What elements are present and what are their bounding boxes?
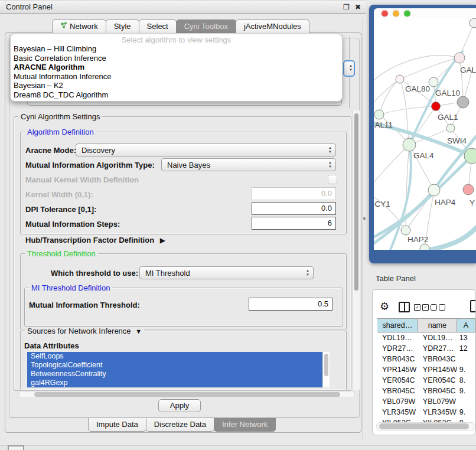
table-panel: ⚙ ✓✓ shared…nameA YDL19…YDL19…13YDR27…YD… — [372, 289, 476, 435]
network-node[interactable] — [446, 124, 455, 132]
attribute-item-betweennesscentrality[interactable]: BetweennessCentrality — [27, 370, 322, 379]
select-all-checkboxes-icon[interactable]: ✓✓ — [414, 304, 429, 311]
mi-threshold-field[interactable]: 0.5 — [249, 298, 332, 311]
divider-grip[interactable] — [363, 217, 366, 220]
left-edge-line — [5, 0, 5, 5]
table-cell: YLR345W — [418, 407, 457, 418]
column-header-a[interactable]: A — [457, 319, 475, 332]
tab-impute-data[interactable]: Impute Data — [88, 418, 146, 432]
tab-label: Style — [114, 20, 131, 33]
split-columns-icon[interactable] — [399, 302, 410, 312]
sources-group-title[interactable]: Sources for Network Inference ▼ — [25, 327, 144, 335]
manual-kernel-checkbox[interactable] — [328, 175, 337, 184]
tab-infer-network[interactable]: Infer Network — [214, 418, 276, 432]
settings-vertical-scrollbar-thumb[interactable] — [354, 113, 358, 291]
mi-threshold-label: Mutual Information Threshold: — [29, 301, 140, 309]
table-header-row: shared…nameA — [377, 318, 475, 332]
column-header-shared[interactable]: shared… — [377, 319, 418, 332]
table-horizontal-scrollbar-thumb[interactable] — [379, 423, 469, 429]
zoom-traffic-light[interactable] — [404, 10, 410, 17]
mi-steps-label: Mutual Information Steps: — [25, 220, 120, 229]
apply-button[interactable]: Apply — [158, 399, 201, 412]
table-row[interactable]: YBR043CYBR043C — [377, 354, 475, 364]
network-node[interactable] — [432, 102, 441, 111]
network-node[interactable] — [374, 110, 384, 119]
table-row[interactable]: YER054CYER054C8. — [377, 375, 475, 386]
table-row[interactable]: YBR045CYBR045C9. — [377, 386, 475, 396]
dropdown-item-mutual-information-inference[interactable]: Mutual Information Inference — [12, 72, 340, 81]
dropdown-item-bayesian-hill-climbing[interactable]: Bayesian – Hill Climbing — [12, 44, 340, 54]
table-cell: YDR27… — [418, 343, 457, 354]
network-node[interactable] — [403, 138, 416, 151]
dropdown-item-bayesian-k2[interactable]: Bayesian – K2 — [12, 81, 340, 90]
collapse-down-icon: ▼ — [135, 328, 142, 335]
tab-select[interactable]: Select — [139, 19, 177, 33]
dropdown-item-aracne-algorithm[interactable]: ARACNE Algorithm — [12, 63, 340, 72]
mi-steps-field[interactable]: 6 — [252, 217, 336, 230]
float-window-icon[interactable]: ❐ — [343, 1, 350, 14]
network-canvas[interactable]: GALGAL80GAL10GAL1GAL11SWI4GAL4GCY1HAP4YH… — [374, 18, 476, 250]
dropdown-item-basic-correlation-inference[interactable]: Basic Correlation Inference — [12, 54, 340, 63]
table-horizontal-scrollbar[interactable] — [376, 422, 475, 431]
column-header-name[interactable]: name — [418, 319, 457, 332]
attribute-item-gal4rgexp[interactable]: gal4RGexp — [27, 379, 322, 387]
panel-divider[interactable] — [362, 18, 363, 440]
threshold-definition-title: Threshold Definition — [25, 249, 98, 258]
table-row[interactable]: YDL19…YDL19…13 — [377, 332, 475, 343]
network-node[interactable] — [428, 184, 440, 196]
mi-type-combobox[interactable]: Naive Bayes ▲▼ — [161, 158, 336, 171]
table-row[interactable]: YDR27…YDR27…12 — [377, 343, 475, 354]
table-cell: YBR043C — [418, 354, 457, 364]
table-body: YDL19…YDL19…13YDR27…YDR27…12YBR043CYBR04… — [377, 332, 475, 428]
attributes-scrollbar[interactable] — [322, 352, 330, 387]
tab-discretize-data[interactable]: Discretize Data — [146, 418, 214, 432]
tab-network[interactable]: Network — [52, 19, 106, 33]
combo-arrows-icon: ▲▼ — [328, 146, 332, 154]
network-node[interactable] — [401, 226, 410, 235]
table-cell: YBL079W — [377, 396, 418, 407]
control-panel-tabbar: NetworkStyleSelectCyni ToolboxjActiveMNo… — [52, 19, 309, 33]
attribute-item-selfloops[interactable]: SelfLoops — [27, 352, 322, 361]
network-node-label: GAL4 — [413, 151, 434, 160]
settings-horizontal-scrollbar-thumb[interactable] — [34, 392, 340, 397]
network-node-label: GAL80 — [405, 84, 430, 93]
attribute-item-topologicalcoefficient[interactable]: TopologicalCoefficient — [27, 361, 322, 370]
network-node[interactable] — [457, 96, 469, 108]
aracne-mode-combobox[interactable]: Discovery ▲▼ — [76, 144, 336, 156]
gear-icon[interactable]: ⚙ — [380, 300, 389, 313]
screen: Control Panel ❐ ✖ NetworkStyleSelectCyni… — [0, 0, 476, 450]
table-cell: YDL19… — [377, 332, 418, 343]
tab-label: Network — [70, 20, 98, 33]
network-node[interactable] — [470, 18, 476, 28]
table-row[interactable]: YPR145WYPR145W9. — [377, 364, 475, 375]
table-panel-title: Table Panel — [376, 274, 416, 283]
dpi-tolerance-field[interactable]: 0.0 — [252, 202, 336, 215]
tab-style[interactable]: Style — [106, 19, 139, 33]
table-cell — [457, 354, 475, 364]
table-row[interactable]: YBL079WYBL079W — [377, 396, 475, 407]
network-node[interactable] — [429, 77, 438, 87]
settings-horizontal-scrollbar[interactable] — [18, 391, 355, 398]
attributes-scrollbar-thumb[interactable] — [324, 354, 328, 376]
settings-vertical-scrollbar[interactable] — [353, 110, 360, 390]
kernel-width-field[interactable]: 0.0 — [252, 187, 336, 200]
new-table-icon[interactable] — [470, 300, 476, 312]
which-threshold-combobox[interactable]: MI Threshold ▲▼ — [139, 266, 314, 279]
table-row[interactable]: YLR345WYLR345W9. — [377, 407, 475, 418]
network-node[interactable] — [454, 53, 465, 63]
hub-definition-toggle[interactable]: Hub/Transcription Factor Definition ▶ — [25, 236, 165, 244]
network-graph: GALGAL80GAL10GAL1GAL11SWI4GAL4GCY1HAP4YH… — [374, 18, 476, 250]
close-traffic-light[interactable] — [382, 10, 388, 17]
minimize-traffic-light[interactable] — [393, 10, 399, 17]
deselect-all-checkboxes-icon[interactable] — [431, 304, 445, 311]
network-node[interactable] — [396, 75, 404, 83]
close-window-icon[interactable]: ✖ — [355, 1, 361, 14]
network-node[interactable] — [420, 244, 429, 250]
tab-jactivemnodules[interactable]: jActiveMNodules — [236, 19, 309, 33]
network-node[interactable] — [463, 184, 474, 195]
minimized-panel-icon[interactable] — [8, 445, 24, 450]
tab-cyni-toolbox[interactable]: Cyni Toolbox — [176, 19, 236, 33]
network-view-window[interactable]: GALGAL80GAL10GAL1GAL11SWI4GAL4GCY1HAP4YH… — [369, 5, 476, 263]
dropdown-item-dream8-dc-tdc-algorithm[interactable]: Dream8 DC_TDC Algorithm — [12, 90, 340, 100]
which-threshold-value: MI Threshold — [145, 269, 190, 278]
